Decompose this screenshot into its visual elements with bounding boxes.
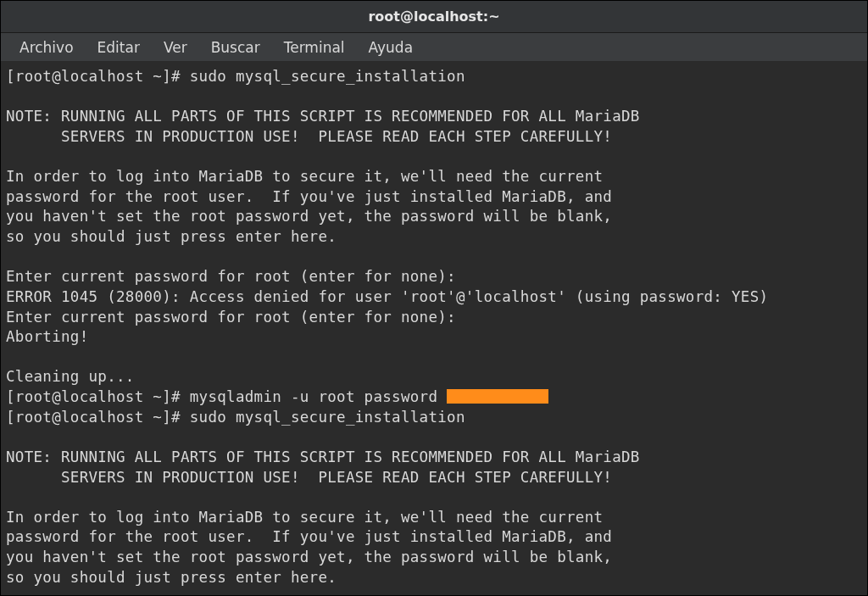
prompt: [root@localhost ~]#	[6, 409, 190, 426]
menu-ver[interactable]: Ver	[152, 36, 199, 59]
output-line: Enter current password for root (enter f…	[6, 268, 456, 285]
command-line: sudo mysql_secure_installation	[190, 68, 465, 85]
terminal-output[interactable]: [root@localhost ~]# sudo mysql_secure_in…	[1, 62, 867, 593]
output-line: password for the root user. If you've ju…	[6, 188, 612, 205]
menu-buscar[interactable]: Buscar	[199, 36, 272, 59]
output-line: SERVERS IN PRODUCTION USE! PLEASE READ E…	[6, 469, 612, 486]
menubar: Archivo Editar Ver Buscar Terminal Ayuda	[1, 33, 867, 62]
command-line: mysqladmin -u root password	[190, 388, 447, 405]
prompt: [root@localhost ~]#	[6, 388, 190, 405]
output-line: In order to log into MariaDB to secure i…	[6, 509, 603, 526]
redacted-password	[447, 389, 548, 404]
output-line: you haven't set the root password yet, t…	[6, 208, 612, 225]
menu-terminal[interactable]: Terminal	[272, 36, 357, 59]
command-line: sudo mysql_secure_installation	[190, 409, 465, 426]
window-title: root@localhost:~	[368, 8, 499, 25]
output-line: ERROR 1045 (28000): Access denied for us…	[6, 288, 768, 305]
output-line: Aborting!	[6, 328, 89, 345]
menu-editar[interactable]: Editar	[86, 36, 152, 59]
terminal-window: root@localhost:~ Archivo Editar Ver Busc…	[0, 0, 868, 596]
titlebar: root@localhost:~	[1, 1, 867, 33]
output-line: you haven't set the root password yet, t…	[6, 549, 612, 565]
output-line: NOTE: RUNNING ALL PARTS OF THIS SCRIPT I…	[6, 448, 640, 465]
menu-archivo[interactable]: Archivo	[8, 36, 86, 59]
output-line: SERVERS IN PRODUCTION USE! PLEASE READ E…	[6, 128, 612, 145]
menu-ayuda[interactable]: Ayuda	[357, 36, 426, 59]
output-line: Enter current password for root (enter f…	[6, 309, 456, 326]
output-line: Cleaning up...	[6, 368, 135, 385]
output-line: NOTE: RUNNING ALL PARTS OF THIS SCRIPT I…	[6, 108, 640, 125]
output-line: password for the root user. If you've ju…	[6, 528, 612, 545]
output-line: In order to log into MariaDB to secure i…	[6, 168, 603, 185]
output-line: so you should just press enter here.	[6, 569, 337, 586]
prompt: [root@localhost ~]#	[6, 68, 190, 85]
output-line: so you should just press enter here.	[6, 228, 337, 245]
